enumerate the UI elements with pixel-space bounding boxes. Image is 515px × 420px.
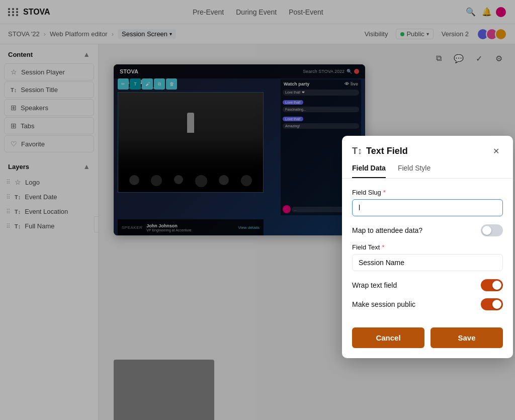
save-button[interactable]: Save: [431, 327, 503, 348]
session-public-row: Make session public: [352, 298, 503, 310]
text-field-modal: T↕ Text Field ✕ Field Data Field Style F…: [342, 136, 513, 358]
field-text-input[interactable]: [352, 254, 503, 271]
text-field-icon: T↕: [352, 146, 362, 156]
cancel-button[interactable]: Cancel: [352, 327, 424, 348]
map-attendee-toggle[interactable]: [481, 224, 503, 236]
tab-field-style[interactable]: Field Style: [398, 164, 431, 178]
field-text-required: *: [382, 243, 384, 251]
wrap-text-label: Wrap text field: [352, 281, 397, 289]
tab-field-data[interactable]: Field Data: [352, 164, 386, 178]
map-attendee-row: Map to attendee data?: [352, 224, 503, 236]
toggle-knob: [492, 281, 501, 290]
session-public-label: Make session public: [352, 300, 415, 308]
modal-header: T↕ Text Field ✕: [342, 136, 513, 158]
map-attendee-label: Map to attendee data?: [352, 226, 422, 234]
toggle-knob: [492, 300, 501, 309]
field-slug-label: Field Slug *: [352, 189, 503, 196]
required-marker: *: [383, 189, 386, 196]
modal-title: T↕ Text Field: [352, 146, 408, 156]
modal-tabs: Field Data Field Style: [342, 158, 513, 179]
modal-body: Field Slug * Map to attendee data? Field…: [342, 179, 513, 327]
field-text-group: Field Text *: [352, 243, 503, 271]
field-text-label: Field Text *: [352, 243, 503, 251]
wrap-text-row: Wrap text field: [352, 279, 503, 291]
modal-footer: Cancel Save: [342, 327, 513, 358]
wrap-text-toggle[interactable]: [481, 279, 503, 291]
modal-close-button[interactable]: ✕: [489, 144, 503, 158]
toggle-knob: [482, 226, 491, 235]
modal-title-text: Text Field: [366, 146, 408, 156]
session-public-toggle[interactable]: [481, 298, 503, 310]
field-slug-input[interactable]: [352, 199, 503, 216]
field-slug-group: Field Slug *: [352, 189, 503, 216]
